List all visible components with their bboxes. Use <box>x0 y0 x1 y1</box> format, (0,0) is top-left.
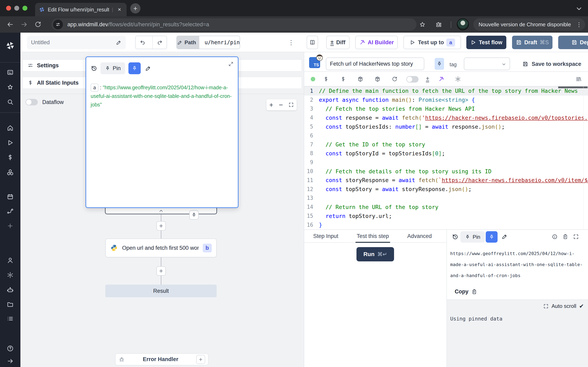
code-line[interactable]: 15 return topStory.url; <box>304 211 588 220</box>
flow-name-input[interactable]: Untitled <box>27 36 126 49</box>
resources-dollar-icon[interactable] <box>340 76 346 82</box>
profile-avatar[interactable] <box>457 18 469 30</box>
tab-search-chevron-icon[interactable] <box>575 4 584 13</box>
tab-test-this-step[interactable]: Test this step <box>357 230 389 242</box>
new-tab-button[interactable]: + <box>130 3 140 13</box>
forward-icon[interactable] <box>20 21 28 28</box>
ai-wand-icon[interactable] <box>438 76 444 82</box>
fit-view-icon[interactable] <box>288 102 294 108</box>
window-close-button[interactable] <box>6 6 11 11</box>
undo-button[interactable] <box>136 36 150 49</box>
clipboard-icon[interactable] <box>562 234 568 240</box>
reset-icon[interactable] <box>392 76 398 82</box>
browser-menu-icon[interactable]: ⋮ <box>576 21 582 28</box>
code-line[interactable]: 10 // Fetch the details of the top story… <box>304 167 588 176</box>
code-line[interactable]: 5 const topStoriesIds: number[] = await … <box>304 122 588 131</box>
info-icon[interactable] <box>552 234 558 240</box>
tab-close-icon[interactable]: × <box>116 6 123 13</box>
redo-button[interactable] <box>152 36 167 49</box>
code-line[interactable]: 16} <box>304 220 588 229</box>
sidebar-item-logs[interactable] <box>7 315 14 322</box>
tab-advanced[interactable]: Advanced <box>407 230 432 242</box>
tab-step-input[interactable]: Step Input <box>313 230 338 242</box>
windmill-logo[interactable] <box>5 41 15 50</box>
test-up-to-button[interactable]: Test up to a <box>403 36 461 49</box>
back-icon[interactable] <box>7 21 14 28</box>
package-icon[interactable] <box>374 76 380 82</box>
sidebar-item-search[interactable] <box>7 99 14 105</box>
sidebar-item-folders[interactable] <box>7 301 14 308</box>
sidebar-item-help[interactable] <box>7 345 14 352</box>
code-line[interactable]: 8 const topStoryId = topStoriesIds[0]; <box>304 149 588 158</box>
sidebar-item-favorites[interactable] <box>7 84 14 91</box>
step-title-input[interactable] <box>326 58 424 70</box>
window-zoom-button[interactable] <box>22 6 27 11</box>
code-line[interactable]: 7 // Get the ID of the top story <box>304 140 588 149</box>
step-pin-button[interactable] <box>435 58 444 70</box>
add-step-button[interactable] <box>156 221 166 231</box>
window-minimize-button[interactable] <box>14 6 19 11</box>
copy-button[interactable]: Copy <box>455 289 477 295</box>
history-icon[interactable] <box>91 65 97 72</box>
bookmark-star-icon[interactable] <box>419 21 426 28</box>
package-icon[interactable] <box>357 76 363 82</box>
expand-icon[interactable] <box>228 61 234 67</box>
zoom-out-icon[interactable]: − <box>279 101 283 109</box>
code-line[interactable]: 1// Define the main function to fetch th… <box>304 86 588 95</box>
pin-active-button[interactable] <box>486 231 498 243</box>
code-line[interactable]: 9 <box>304 158 588 167</box>
draft-button[interactable]: Draft⌘S <box>512 36 553 49</box>
edit-name-pencil-icon[interactable] <box>116 40 122 45</box>
ai-builder-button[interactable]: AI Builder <box>355 36 398 49</box>
editor-toggle[interactable] <box>406 76 419 83</box>
more-options-icon[interactable]: ⋮ <box>287 36 295 49</box>
flow-node-result[interactable]: Result <box>105 285 217 297</box>
run-button[interactable]: Run ⌘↵ <box>356 247 394 261</box>
sidebar-item-workers[interactable] <box>7 286 14 293</box>
tag-select[interactable] <box>464 58 510 70</box>
dataflow-toggle[interactable] <box>26 99 38 105</box>
code-line[interactable]: 14 // Return the URL of the top story <box>304 202 588 211</box>
variables-icon[interactable] <box>323 76 329 82</box>
sidebar-item-collapse[interactable] <box>7 358 14 365</box>
omnibox[interactable]: app.windmill.dev/flows/edit/u/henri/pin_… <box>52 18 416 31</box>
sidebar-item-schedules[interactable] <box>7 193 14 200</box>
sidebar-item-resources[interactable] <box>7 169 14 176</box>
edit-pencil-icon[interactable] <box>145 65 151 71</box>
collapse-chevron-icon[interactable] <box>158 208 164 214</box>
code-line[interactable]: 6 <box>304 131 588 140</box>
sidebar-item-runs[interactable] <box>7 139 14 146</box>
site-settings-icon[interactable] <box>53 20 63 29</box>
chrome-update-button[interactable]: Nouvelle version de Chrome disponible ⋮ <box>473 18 585 31</box>
docs-button[interactable] <box>307 36 318 49</box>
auto-scroll-control[interactable]: Auto scroll ✔ <box>543 303 584 309</box>
test-flow-button[interactable]: Test flow <box>466 36 506 49</box>
pin-button[interactable]: Pin <box>100 62 125 74</box>
code-line[interactable]: 12 const topStory = await storyResponse.… <box>304 185 588 194</box>
sidebar-item-apps[interactable] <box>7 69 14 76</box>
pin-active-button[interactable] <box>129 62 141 74</box>
sidebar-item-triggers[interactable] <box>7 208 14 215</box>
history-icon[interactable] <box>452 234 458 240</box>
sidebar-item-settings[interactable] <box>7 272 14 278</box>
add-error-handler-button[interactable] <box>196 355 205 364</box>
code-line[interactable]: 3 // Fetch the top stories from Hacker N… <box>304 104 588 113</box>
save-to-workspace-button[interactable]: Save to workspace <box>522 58 581 70</box>
diff-button[interactable]: ±Diff <box>326 36 350 49</box>
sidebar-item-variables[interactable] <box>7 154 14 161</box>
path-button[interactable]: Path u/henri/pin <box>176 36 240 49</box>
sidebar-item-home[interactable] <box>7 125 14 132</box>
code-editor[interactable]: 1// Define the main function to fetch th… <box>304 86 588 229</box>
sidebar-item-user[interactable] <box>7 257 14 264</box>
edit-pencil-icon[interactable] <box>502 234 508 240</box>
browser-tab[interactable]: Edit Flow u/henri/pin_results | × <box>35 3 127 16</box>
pin-button[interactable]: Pin <box>460 231 485 243</box>
code-line[interactable]: 2export async function main(): Promise<s… <box>304 95 588 104</box>
code-line[interactable]: 4 const response = await fetch('https://… <box>304 113 588 122</box>
sidebar-item-add[interactable] <box>7 222 14 229</box>
extensions-icon[interactable] <box>435 21 442 28</box>
zoom-in-icon[interactable]: + <box>269 101 273 109</box>
gear-icon[interactable] <box>455 76 461 82</box>
diff-plus-minus-icon[interactable]: ± <box>426 75 429 82</box>
reload-icon[interactable] <box>34 21 42 28</box>
